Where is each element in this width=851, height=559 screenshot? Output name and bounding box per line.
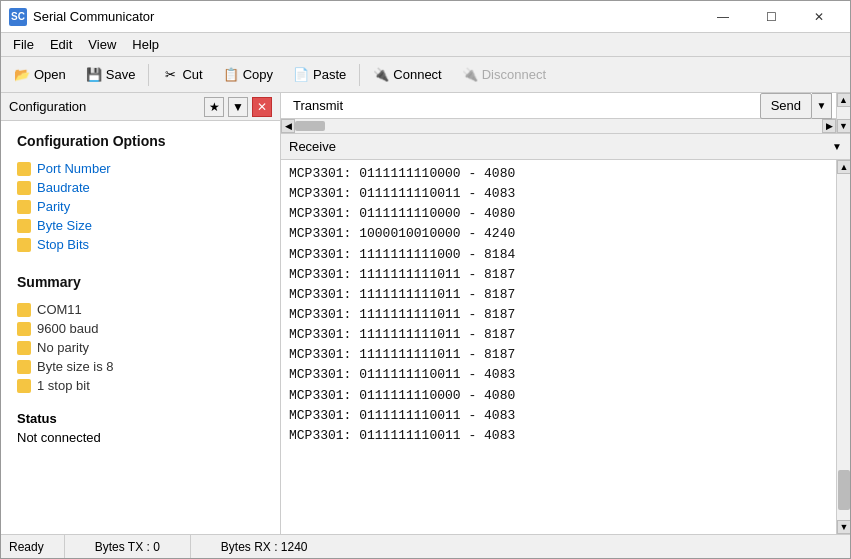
vscroll-up-button[interactable]: ▲ xyxy=(837,93,851,107)
menu-edit[interactable]: Edit xyxy=(42,35,80,54)
transmit-vscroll: ▲ ▼ xyxy=(836,93,850,133)
receive-line: MCP3301: 0111111110011 - 4083 xyxy=(289,184,828,204)
paste-icon: 📄 xyxy=(293,67,309,83)
link-parity[interactable]: Parity xyxy=(17,197,264,216)
title-controls: — ☐ ✕ xyxy=(700,1,842,33)
receive-line: MCP3301: 1111111111011 - 8187 xyxy=(289,345,828,365)
receive-line: MCP3301: 1111111111011 - 8187 xyxy=(289,285,828,305)
disconnect-button[interactable]: 🔌 Disconnect xyxy=(453,61,555,89)
status-bar: Ready Bytes TX : 0 Bytes RX : 1240 xyxy=(1,534,850,558)
receive-line: MCP3301: 1111111111011 - 8187 xyxy=(289,265,828,285)
app-icon: SC xyxy=(9,8,27,26)
link-port-number[interactable]: Port Number xyxy=(17,159,264,178)
menu-help[interactable]: Help xyxy=(124,35,167,54)
receive-line: MCP3301: 1111111111011 - 8187 xyxy=(289,305,828,325)
receive-vscroll-thumb[interactable] xyxy=(838,470,850,510)
link-icon-port xyxy=(17,162,31,176)
link-byte-size[interactable]: Byte Size xyxy=(17,216,264,235)
summary-icon-stopbits xyxy=(17,379,31,393)
summary-icon-com xyxy=(17,303,31,317)
receive-line: MCP3301: 0111111110000 - 4080 xyxy=(289,386,828,406)
maximize-button[interactable]: ☐ xyxy=(748,1,794,33)
open-button[interactable]: 📂 Open xyxy=(5,61,75,89)
receive-vscrollbar: ▲ ▼ xyxy=(836,160,850,534)
receive-section: Receive ▼ MCP3301: 0111111110000 - 4080M… xyxy=(281,134,850,534)
receive-vscroll-track xyxy=(837,174,850,520)
hscroll-right-arrow[interactable]: ▶ xyxy=(822,119,836,133)
separator-2 xyxy=(359,64,360,86)
paste-label: Paste xyxy=(313,67,346,82)
separator-1 xyxy=(148,64,149,86)
transmit-input[interactable] xyxy=(351,98,760,113)
receive-line: MCP3301: 1111111111000 - 8184 xyxy=(289,245,828,265)
receive-line: MCP3301: 0111111110011 - 4083 xyxy=(289,365,828,385)
status-ready: Ready xyxy=(9,535,65,558)
connect-label: Connect xyxy=(393,67,441,82)
config-section-title: Configuration Options xyxy=(17,133,264,149)
status-bytes-tx: Bytes TX : 0 xyxy=(65,535,191,558)
summary-icon-bytesize xyxy=(17,360,31,374)
hscroll-thumb[interactable] xyxy=(295,121,325,131)
menu-file[interactable]: File xyxy=(5,35,42,54)
copy-icon: 📋 xyxy=(223,67,239,83)
copy-label: Copy xyxy=(243,67,273,82)
status-bytes-rx: Bytes RX : 1240 xyxy=(191,535,338,558)
summary-icon-baud xyxy=(17,322,31,336)
summary-section: Summary COM11 9600 baud No parity Byte s… xyxy=(1,262,280,403)
minimize-button[interactable]: — xyxy=(700,1,746,33)
summary-icon-parity xyxy=(17,341,31,355)
link-icon-byte-size xyxy=(17,219,31,233)
open-label: Open xyxy=(34,67,66,82)
receive-line: MCP3301: 0111111110000 - 4080 xyxy=(289,164,828,184)
link-icon-stop-bits xyxy=(17,238,31,252)
receive-dropdown-arrow[interactable]: ▼ xyxy=(832,141,842,152)
receive-label: Receive xyxy=(289,139,832,154)
link-icon-baudrate xyxy=(17,181,31,195)
cut-icon: ✂ xyxy=(162,67,178,83)
link-icon-parity xyxy=(17,200,31,214)
summary-item-bytesize: Byte size is 8 xyxy=(17,357,264,376)
transmit-hscroll: ◀ ▶ xyxy=(281,119,836,133)
summary-item-stopbits: 1 stop bit xyxy=(17,376,264,395)
connect-button[interactable]: 🔌 Connect xyxy=(364,61,450,89)
sidebar: Configuration ★ ▼ ✕ Configuration Option… xyxy=(1,93,281,534)
toolbar: 📂 Open 💾 Save ✂ Cut 📋 Copy 📄 Paste 🔌 Con… xyxy=(1,57,850,93)
sidebar-title: Configuration xyxy=(9,99,200,114)
save-label: Save xyxy=(106,67,136,82)
vscroll-down-button[interactable]: ▼ xyxy=(837,119,851,133)
hscroll-left-arrow[interactable]: ◀ xyxy=(281,119,295,133)
hscroll-track xyxy=(295,119,822,133)
disconnect-icon: 🔌 xyxy=(462,67,478,83)
receive-data[interactable]: MCP3301: 0111111110000 - 4080MCP3301: 01… xyxy=(281,160,836,534)
send-dropdown[interactable]: ▼ xyxy=(812,93,832,119)
link-stop-bits[interactable]: Stop Bits xyxy=(17,235,264,254)
close-button[interactable]: ✕ xyxy=(796,1,842,33)
receive-vscroll-up[interactable]: ▲ xyxy=(837,160,850,174)
disconnect-label: Disconnect xyxy=(482,67,546,82)
transmit-area: Transmit Send ▼ ◀ ▶ xyxy=(281,93,836,133)
paste-button[interactable]: 📄 Paste xyxy=(284,61,355,89)
save-button[interactable]: 💾 Save xyxy=(77,61,145,89)
link-baudrate[interactable]: Baudrate xyxy=(17,178,264,197)
status-title: Status xyxy=(17,411,264,426)
status-section: Status Not connected xyxy=(1,403,280,453)
config-section: Configuration Options Port Number Baudra… xyxy=(1,121,280,262)
connect-icon: 🔌 xyxy=(373,67,389,83)
receive-line: MCP3301: 0111111110011 - 4083 xyxy=(289,426,828,446)
sidebar-star-button[interactable]: ★ xyxy=(204,97,224,117)
transmit-top: Transmit Send ▼ xyxy=(281,93,836,119)
open-icon: 📂 xyxy=(14,67,30,83)
transmit-label: Transmit xyxy=(285,98,351,113)
receive-line: MCP3301: 0111111110011 - 4083 xyxy=(289,406,828,426)
sidebar-close-button[interactable]: ✕ xyxy=(252,97,272,117)
menu-view[interactable]: View xyxy=(80,35,124,54)
copy-button[interactable]: 📋 Copy xyxy=(214,61,282,89)
sidebar-dropdown-button[interactable]: ▼ xyxy=(228,97,248,117)
receive-vscroll-down[interactable]: ▼ xyxy=(837,520,850,534)
summary-title: Summary xyxy=(17,274,264,290)
menu-bar: File Edit View Help xyxy=(1,33,850,57)
cut-button[interactable]: ✂ Cut xyxy=(153,61,211,89)
receive-line: MCP3301: 0111111110000 - 4080 xyxy=(289,204,828,224)
send-button[interactable]: Send xyxy=(760,93,812,119)
receive-header: Receive ▼ xyxy=(281,134,850,160)
